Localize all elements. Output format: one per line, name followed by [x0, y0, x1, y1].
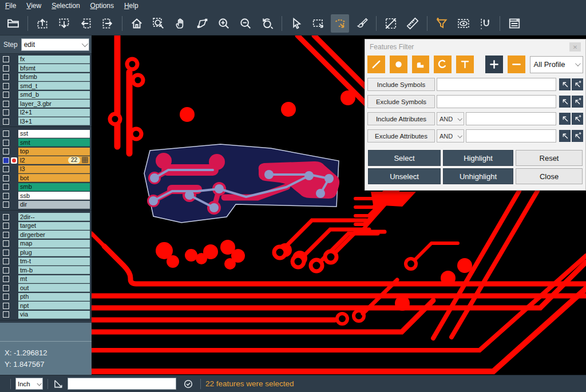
layer-name-dirgerber[interactable]: dirgerber [18, 231, 90, 239]
layer-name-bot[interactable]: bot [18, 174, 90, 182]
and-or-dropdown[interactable]: AND [437, 129, 464, 142]
sync-icon[interactable] [183, 379, 193, 389]
line-feature-button[interactable] [367, 56, 385, 73]
pan-left-icon[interactable] [77, 14, 95, 33]
layers-panel-icon[interactable] [505, 14, 524, 33]
layer-checkbox[interactable] [3, 303, 9, 309]
layer-checkbox[interactable] [3, 250, 9, 256]
layer-checkbox[interactable] [3, 294, 9, 300]
pick-from-canvas-button[interactable] [559, 113, 571, 125]
layer-name-fx[interactable]: fx [18, 56, 90, 64]
arc-feature-button[interactable] [434, 56, 452, 73]
pick-from-canvas-button[interactable] [559, 78, 571, 90]
and-or-dropdown[interactable]: AND [437, 112, 464, 125]
exclude-symbols-input[interactable] [437, 95, 556, 108]
menu-help[interactable]: Help [119, 0, 144, 11]
layer-name-l3[interactable]: l3 [18, 165, 90, 173]
polygon-zoom-icon[interactable] [193, 14, 211, 33]
layer-checkbox[interactable] [3, 166, 9, 172]
layer-name-ssb[interactable]: ssb [18, 192, 90, 200]
include-symbols-input[interactable] [437, 78, 556, 91]
layer-checkbox[interactable] [3, 240, 9, 247]
layer-name-out[interactable]: out [18, 284, 90, 292]
layer-name-smd_t[interactable]: smd_t [18, 82, 90, 90]
polygon-select-icon[interactable] [331, 14, 349, 33]
layer-checkbox[interactable] [3, 130, 9, 137]
clear-brush-icon[interactable] [353, 14, 371, 33]
select-cursor-icon[interactable] [287, 14, 306, 33]
remove-filter-button[interactable] [508, 56, 525, 73]
layer-checkbox[interactable] [3, 276, 9, 282]
step-dropdown[interactable]: edit [21, 38, 89, 51]
exclude-symbols-button[interactable]: Exclude Symbols [367, 95, 435, 108]
layer-checkbox[interactable] [3, 311, 9, 318]
pan-up-icon[interactable] [33, 14, 52, 33]
add-filter-button[interactable] [485, 56, 503, 73]
text-feature-button[interactable] [456, 56, 474, 73]
menu-selection[interactable]: Selection [46, 0, 85, 11]
layer-checkbox[interactable] [3, 92, 9, 98]
layer-name-sst[interactable]: sst [18, 130, 90, 138]
layer-checkbox[interactable] [3, 232, 9, 238]
layer-checkbox[interactable] [3, 101, 9, 107]
layer-name-map[interactable]: map [18, 240, 90, 248]
menu-file[interactable]: File [0, 0, 21, 11]
layer-checkbox[interactable] [3, 83, 9, 89]
unit-dropdown[interactable]: Inch [15, 378, 43, 390]
exclude-attributes-button[interactable]: Exclude Attributes [367, 129, 435, 142]
select-button[interactable]: Select [368, 150, 441, 166]
include-attributes-button[interactable]: Include Attributes [367, 112, 435, 125]
layer-name-tm-b[interactable]: tm-b [18, 266, 90, 274]
layer-name-layer_3.gbr[interactable]: layer_3.gbr [18, 100, 90, 108]
pick-from-canvas-button[interactable] [559, 96, 571, 108]
layer-name-l2[interactable]: l222 [18, 156, 90, 164]
layer-name-2dir--[interactable]: 2dir-- [18, 213, 90, 221]
layer-checkbox[interactable] [3, 193, 9, 199]
ruler-icon[interactable] [403, 14, 422, 33]
snap-magnet-icon[interactable] [476, 14, 494, 33]
unhighlight-button[interactable]: Unhighlight [443, 168, 513, 184]
zoom-out-icon[interactable] [236, 14, 255, 33]
layer-name-tm-t[interactable]: tm-t [18, 258, 90, 266]
layer-name-l2+1[interactable]: l2+1 [18, 109, 90, 117]
pick-add-from-canvas-button[interactable] [572, 113, 583, 125]
measure-line-icon[interactable] [382, 14, 400, 33]
menu-view[interactable]: View [21, 0, 46, 11]
layer-name-smb[interactable]: smb [18, 183, 90, 191]
layer-checkbox[interactable] [3, 175, 9, 181]
layer-checkbox[interactable] [3, 258, 9, 264]
layer-checkbox[interactable] [3, 267, 9, 274]
layer-checkbox[interactable] [3, 157, 9, 164]
layer-name-npt[interactable]: npt [18, 302, 90, 310]
pick-add-from-canvas-button[interactable] [572, 130, 583, 142]
view-options-icon[interactable] [454, 14, 473, 33]
layer-checkbox[interactable] [3, 109, 9, 116]
angle-measure-icon[interactable] [53, 379, 63, 389]
layer-name-mt[interactable]: mt [18, 275, 90, 283]
pan-right-icon[interactable] [98, 14, 117, 33]
include-attributes-input[interactable] [466, 112, 556, 125]
folder-open-icon[interactable] [4, 14, 22, 33]
layer-name-via[interactable]: via [18, 311, 90, 319]
layer-checkbox[interactable] [3, 214, 9, 220]
surface-feature-button[interactable] [412, 56, 430, 73]
zoom-in-icon[interactable] [215, 14, 233, 33]
layer-checkbox[interactable] [3, 201, 9, 208]
exclude-attributes-input[interactable] [466, 129, 556, 142]
reset-button[interactable]: Reset [516, 150, 583, 166]
layer-name-plug[interactable]: plug [18, 248, 90, 256]
pan-hand-icon[interactable] [171, 14, 189, 33]
close-icon[interactable]: ✕ [569, 42, 581, 52]
layer-name-smd_b[interactable]: smd_b [18, 91, 90, 99]
profile-dropdown[interactable]: All Profile [530, 56, 583, 73]
home-icon[interactable] [128, 14, 146, 33]
layer-name-top[interactable]: top [18, 148, 90, 156]
features-filter-icon[interactable] [433, 14, 451, 33]
layer-checkbox[interactable] [3, 184, 9, 190]
pad-feature-button[interactable] [390, 56, 407, 73]
pick-add-from-canvas-button[interactable] [572, 96, 583, 108]
close-button[interactable]: Close [516, 168, 583, 184]
highlight-button[interactable]: Highlight [443, 150, 513, 166]
layer-name-l3+1[interactable]: l3+1 [18, 117, 90, 125]
layer-checkbox[interactable] [3, 74, 9, 80]
